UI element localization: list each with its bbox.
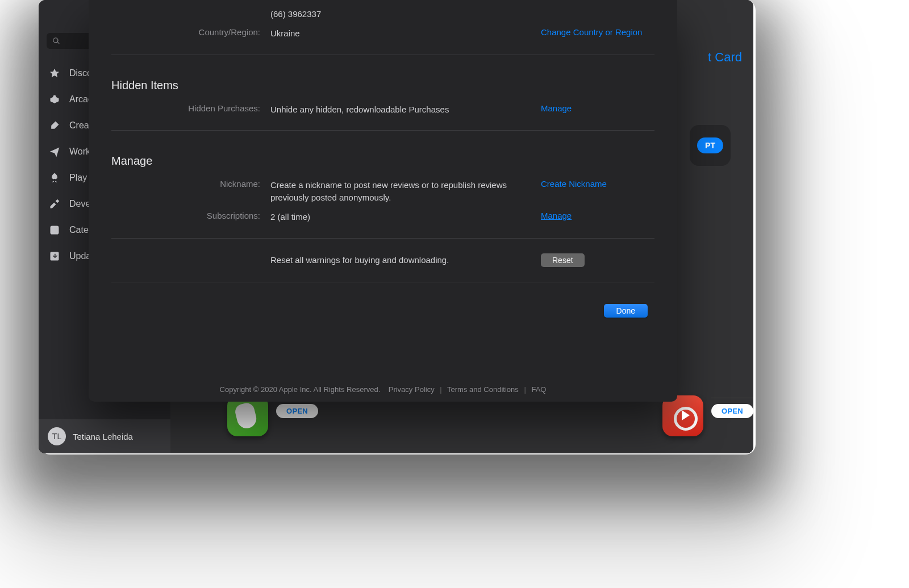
- manage-title: Manage: [111, 142, 654, 176]
- accept-chip: PT: [690, 125, 731, 166]
- create-nickname-link[interactable]: Create Nickname: [541, 179, 607, 189]
- privacy-link[interactable]: Privacy Policy: [389, 385, 435, 394]
- hidden-purchases-value: Unhide any hidden, redownloadable Purcha…: [270, 103, 541, 116]
- accept-button[interactable]: PT: [697, 137, 723, 153]
- subscriptions-value: 2 (all time): [270, 211, 541, 223]
- arcade-icon: [48, 93, 61, 106]
- star-icon: [48, 67, 61, 80]
- copyright: Copyright © 2020 Apple Inc. All Rights R…: [220, 385, 381, 394]
- nickname-label: Nickname:: [111, 179, 270, 189]
- sidebar-item-label: Play: [69, 173, 87, 183]
- faq-link[interactable]: FAQ: [531, 385, 546, 394]
- change-country-link[interactable]: Change Country or Region: [541, 27, 642, 37]
- nickname-value: Create a nickname to post new reviews or…: [270, 179, 541, 204]
- phone-value: (66) 3962337: [270, 8, 541, 20]
- grid-icon: [48, 224, 61, 236]
- divider: [711, 398, 753, 398]
- open-button[interactable]: OPEN: [276, 404, 318, 418]
- subscriptions-label: Subscriptions:: [111, 211, 270, 220]
- hidden-items-title: Hidden Items: [111, 66, 654, 100]
- divider: [111, 55, 654, 55]
- hammer-icon: [48, 198, 61, 210]
- country-label: Country/Region:: [111, 27, 270, 37]
- account-sheet: (66) 3962337 Country/Region: Ukraine Cha…: [89, 0, 677, 402]
- apps-row: OPEN OPEN: [227, 395, 736, 447]
- avatar: TL: [48, 427, 66, 445]
- search-icon: [52, 37, 60, 45]
- brush-icon: [48, 119, 61, 132]
- sheet-footer: Copyright © 2020 Apple Inc. All Rights R…: [89, 385, 677, 394]
- country-value: Ukraine: [270, 27, 541, 40]
- app-card: OPEN: [227, 395, 469, 447]
- manage-subscriptions-link[interactable]: Manage: [541, 211, 572, 220]
- divider: [111, 238, 654, 239]
- paper-plane-icon: [48, 145, 61, 158]
- rocket-icon: [48, 172, 61, 184]
- app-card: OPEN: [662, 395, 753, 447]
- done-button[interactable]: Done: [604, 304, 648, 318]
- gift-card-link[interactable]: t Card: [708, 50, 742, 65]
- reset-description: Reset all warnings for buying and downlo…: [270, 254, 541, 266]
- divider: [111, 130, 654, 131]
- username: Tetiana Leheida: [73, 432, 133, 441]
- open-button[interactable]: OPEN: [711, 404, 753, 418]
- reset-button[interactable]: Reset: [541, 253, 585, 267]
- manage-hidden-link[interactable]: Manage: [541, 103, 572, 113]
- sidebar-item-label: Work: [69, 147, 90, 157]
- download-icon: [48, 250, 61, 262]
- user-footer[interactable]: TL Tetiana Leheida: [39, 419, 170, 453]
- hidden-purchases-label: Hidden Purchases:: [111, 103, 270, 113]
- svg-rect-0: [51, 226, 59, 235]
- divider: [111, 282, 654, 282]
- terms-link[interactable]: Terms and Conditions: [447, 385, 519, 394]
